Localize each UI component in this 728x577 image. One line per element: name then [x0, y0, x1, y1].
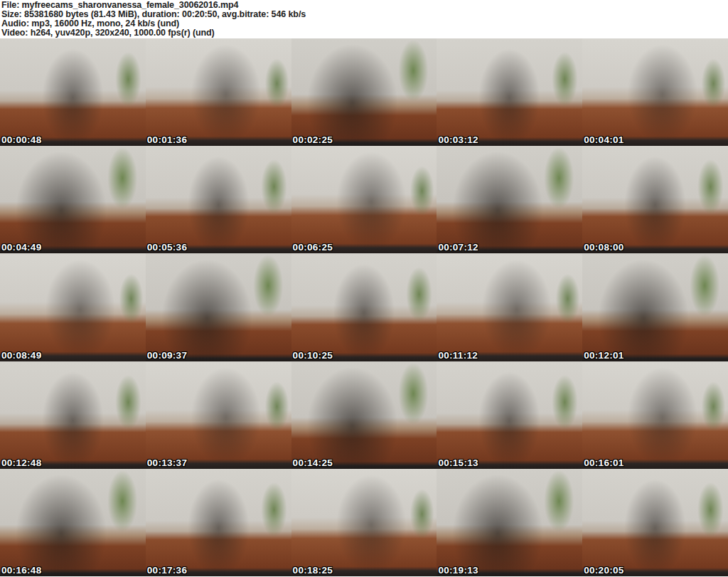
thumbnail-timestamp: 00:16:48 — [1, 565, 41, 576]
thumbnail-timestamp: 00:10:25 — [293, 350, 333, 361]
video-thumbnail: 00:20:05 — [582, 469, 728, 576]
video-thumbnail: 00:09:37 — [146, 253, 291, 361]
thumbnail-timestamp: 00:16:01 — [584, 457, 623, 468]
video-thumbnail: 00:08:49 — [0, 253, 146, 361]
video-thumbnail: 00:19:13 — [437, 469, 582, 576]
thumbnail-timestamp: 00:07:12 — [438, 242, 478, 253]
thumbnail-timestamp: 00:06:25 — [293, 242, 333, 253]
video-thumbnail: 00:01:36 — [146, 38, 291, 146]
video-info-line: Video: h264, yuv420p, 320x240, 1000.00 f… — [1, 28, 728, 38]
video-thumbnail: 00:06:25 — [291, 146, 437, 253]
video-thumbnail: 00:10:25 — [291, 253, 437, 361]
video-thumbnail: 00:15:13 — [437, 361, 582, 469]
thumbnail-timestamp: 00:15:13 — [438, 457, 478, 468]
thumbnail-timestamp: 00:19:13 — [438, 565, 478, 576]
video-contact-sheet: File: myfreecams_sharonvanessa_female_30… — [0, 0, 728, 577]
thumbnail-timestamp: 00:12:01 — [584, 350, 623, 361]
thumbnail-timestamp: 00:09:37 — [147, 350, 187, 361]
thumbnail-timestamp: 00:04:49 — [1, 242, 41, 253]
thumbnail-timestamp: 00:00:48 — [1, 134, 41, 145]
video-thumbnail: 00:14:25 — [291, 361, 437, 469]
video-thumbnail: 00:11:12 — [437, 253, 582, 361]
thumbnail-timestamp: 00:11:12 — [438, 350, 478, 361]
thumbnail-timestamp: 00:03:12 — [438, 134, 478, 145]
video-thumbnail: 00:04:49 — [0, 146, 146, 253]
video-thumbnail: 00:07:12 — [437, 146, 582, 253]
thumbnail-timestamp: 00:04:01 — [584, 134, 623, 145]
thumbnail-timestamp: 00:08:00 — [584, 242, 623, 253]
video-thumbnail: 00:02:25 — [291, 38, 437, 146]
video-thumbnail: 00:13:37 — [146, 361, 291, 469]
video-thumbnail: 00:17:36 — [146, 469, 291, 576]
video-thumbnail: 00:18:25 — [291, 469, 437, 576]
video-thumbnail: 00:05:36 — [146, 146, 291, 253]
thumbnail-timestamp: 00:20:05 — [584, 565, 623, 576]
video-thumbnail: 00:16:48 — [0, 469, 146, 576]
thumbnail-grid: 00:00:4800:01:3600:02:2500:03:1200:04:01… — [0, 38, 728, 576]
thumbnail-timestamp: 00:01:36 — [147, 134, 187, 145]
thumbnail-timestamp: 00:05:36 — [147, 242, 187, 253]
video-thumbnail: 00:03:12 — [437, 38, 582, 146]
video-thumbnail: 00:08:00 — [582, 146, 728, 253]
thumbnail-timestamp: 00:13:37 — [147, 457, 187, 468]
media-info-header: File: myfreecams_sharonvanessa_female_30… — [0, 0, 728, 38]
video-thumbnail: 00:12:48 — [0, 361, 146, 469]
video-thumbnail: 00:16:01 — [582, 361, 728, 469]
thumbnail-timestamp: 00:14:25 — [293, 457, 333, 468]
thumbnail-timestamp: 00:08:49 — [1, 350, 41, 361]
thumbnail-timestamp: 00:12:48 — [1, 457, 41, 468]
video-thumbnail: 00:04:01 — [582, 38, 728, 146]
thumbnail-timestamp: 00:02:25 — [293, 134, 333, 145]
video-thumbnail: 00:00:48 — [0, 38, 146, 146]
thumbnail-timestamp: 00:17:36 — [147, 565, 187, 576]
thumbnail-timestamp: 00:18:25 — [293, 565, 333, 576]
video-thumbnail: 00:12:01 — [582, 253, 728, 361]
